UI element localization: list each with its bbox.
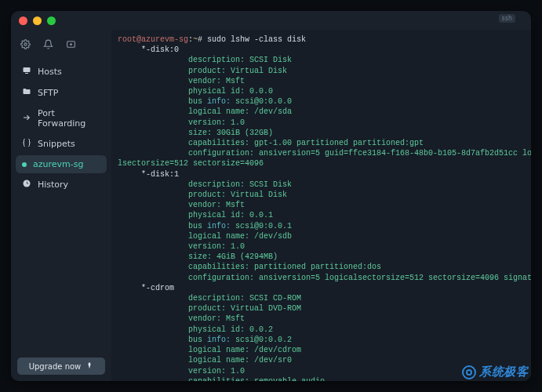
svg-point-2 <box>24 43 27 45</box>
sidebar-item-label: Hosts <box>38 67 62 77</box>
terminal-pane[interactable]: root@azurevm-sg:~# sudo lshw -class disk… <box>111 30 531 381</box>
terminal-line: vendor: Msft <box>118 76 525 86</box>
terminal-line: bus info: scsi@0:0.0.2 <box>118 335 525 345</box>
minimize-window-button[interactable] <box>33 16 42 25</box>
terminal-line: physical id: 0.0.2 <box>118 325 525 335</box>
terminal-line: version: 1.0 <box>118 241 525 252</box>
terminal-line: description: SCSI Disk <box>118 180 525 190</box>
connection-pill: ssh <box>499 14 515 23</box>
svg-rect-6 <box>24 67 31 72</box>
braces-icon <box>22 138 31 150</box>
sidebar-item-snippets[interactable]: Snippets <box>16 134 107 154</box>
terminal-line: physical id: 0.0.0 <box>118 86 525 96</box>
hosts-icon <box>22 66 31 78</box>
terminal-line: configuration: ansiversion=5 guid=ffce31… <box>118 148 525 158</box>
gear-icon[interactable] <box>20 38 31 53</box>
svg-rect-7 <box>25 73 28 74</box>
terminal-line: physical id: 0.0.1 <box>118 210 525 220</box>
arrow-right-icon <box>22 113 31 125</box>
terminal-line: bus info: scsi@0:0.0.0 <box>118 96 525 107</box>
clock-icon <box>22 179 31 191</box>
watermark-logo-icon <box>462 365 476 379</box>
terminal-line: description: SCSI Disk <box>118 55 525 65</box>
terminal-line: bus info: scsi@0:0.0.1 <box>118 221 525 231</box>
sidebar: Hosts SFTP Port Forwarding Snippets azur… <box>11 30 111 381</box>
sidebar-item-label: SFTP <box>38 88 58 98</box>
terminal-line: logical name: /dev/sda <box>118 107 525 117</box>
close-window-button[interactable] <box>19 16 27 25</box>
terminal-line: capabilities: gpt-1.00 partitioned parti… <box>118 138 525 148</box>
upgrade-label: Upgrade now <box>29 362 82 371</box>
terminal-line: capabilities: partitioned partitioned:do… <box>118 262 525 272</box>
watermark-text: 系统极客 <box>479 365 528 379</box>
terminal-line: logical name: /dev/sdb <box>118 231 525 241</box>
diamond-icon <box>85 361 93 371</box>
terminal-line: *-disk:0 <box>118 45 525 55</box>
terminal-line: vendor: Msft <box>118 200 525 210</box>
titlebar-right: ssh <box>499 14 525 23</box>
sidebar-item-sftp[interactable]: SFTP <box>16 83 107 103</box>
sidebar-item-label: History <box>38 180 68 190</box>
terminal-line: *-cdrom <box>118 283 525 293</box>
terminal-line: size: 30GiB (32GB) <box>118 128 525 138</box>
titlebar: ssh <box>11 11 531 30</box>
terminal-line: product: Virtual Disk <box>118 190 525 200</box>
terminal-line: vendor: Msft <box>118 314 525 324</box>
folder-icon <box>22 87 31 99</box>
watermark: 系统极客 <box>462 365 528 379</box>
app-window: ssh Hosts <box>11 11 531 381</box>
terminal-line: version: 1.0 <box>118 118 525 128</box>
sidebar-top-icons <box>16 34 107 60</box>
bell-icon[interactable] <box>43 38 53 53</box>
sidebar-item-label: Port Forwarding <box>38 108 100 129</box>
sidebar-item-label: azurevm-sg <box>33 159 83 169</box>
terminal-line: lsectorsize=512 sectorsize=4096 <box>118 158 525 169</box>
sidebar-item-azurevm[interactable]: azurevm-sg <box>16 155 107 173</box>
terminal-line: logical name: /dev/cdrom <box>118 345 525 355</box>
terminal-line: description: SCSI CD-ROM <box>118 293 525 303</box>
terminal-line: *-disk:1 <box>118 169 525 180</box>
prompt-line: root@azurevm-sg:~# sudo lshw -class disk <box>118 34 525 45</box>
upgrade-button[interactable]: Upgrade now <box>17 358 105 375</box>
terminal-line: size: 4GiB (4294MB) <box>118 252 525 262</box>
sidebar-item-hosts[interactable]: Hosts <box>16 62 107 82</box>
terminal-line: product: Virtual Disk <box>118 66 525 76</box>
terminal-line: product: Virtual DVD-ROM <box>118 303 525 314</box>
sidebar-item-history[interactable]: History <box>16 175 107 194</box>
new-terminal-icon[interactable] <box>66 38 76 53</box>
terminal-line: configuration: ansiversion=5 logicalsect… <box>118 273 525 283</box>
status-dot-icon <box>22 162 27 167</box>
maximize-window-button[interactable] <box>47 16 56 25</box>
sidebar-item-portfwd[interactable]: Port Forwarding <box>16 104 107 132</box>
sidebar-item-label: Snippets <box>38 139 75 149</box>
